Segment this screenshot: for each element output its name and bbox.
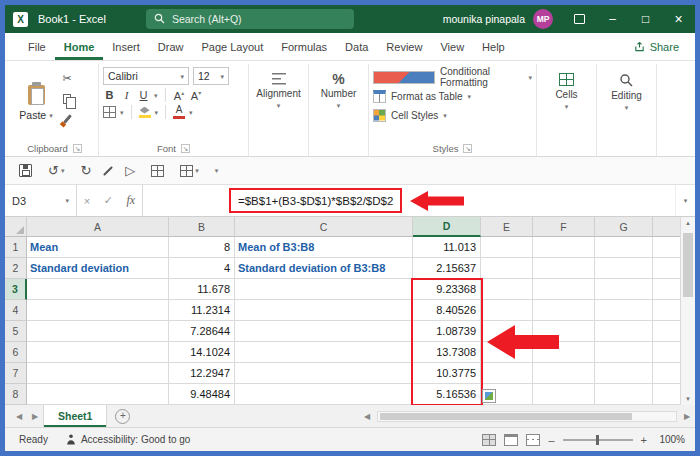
hscroll-right-button[interactable]: ▶ xyxy=(679,412,695,421)
cell-E2[interactable] xyxy=(481,258,533,279)
cell-D8[interactable]: 5.16536 xyxy=(413,384,481,405)
cell-C5[interactable] xyxy=(235,321,413,342)
row-header-6[interactable]: 6 xyxy=(5,342,27,363)
format-as-table-button[interactable]: Format as Table ▾ xyxy=(373,87,532,105)
select-all-corner[interactable] xyxy=(5,217,27,237)
user-name[interactable]: mounika pinapala xyxy=(443,13,525,25)
sheet-nav-right-button[interactable]: ▶ xyxy=(27,412,43,421)
search-box[interactable]: Search (Alt+Q) xyxy=(146,9,354,29)
chevron-down-icon[interactable]: ▾ xyxy=(154,92,158,99)
redo-button[interactable]: ↻ xyxy=(80,164,91,177)
cell-D2[interactable]: 2.15637 xyxy=(413,258,481,279)
page-layout-view-button[interactable] xyxy=(504,434,518,446)
tab-review[interactable]: Review xyxy=(377,33,431,60)
column-header-G[interactable]: G xyxy=(595,217,653,237)
cells-button[interactable]: Cells ▾ xyxy=(555,66,577,110)
cell-A5[interactable] xyxy=(27,321,169,342)
cell-B1[interactable]: 8 xyxy=(169,237,235,258)
zoom-in-button[interactable]: + xyxy=(641,434,647,446)
cell-C1[interactable]: Mean of B3:B8 xyxy=(235,237,413,258)
share-button[interactable]: Share xyxy=(628,33,685,60)
cell-F8[interactable] xyxy=(533,384,595,405)
new-sheet-button[interactable]: + xyxy=(115,409,130,424)
chevron-down-icon[interactable]: ▾ xyxy=(155,109,159,116)
row-header-8[interactable]: 8 xyxy=(5,384,27,405)
row-header-5[interactable]: 5 xyxy=(5,321,27,342)
cell-D7[interactable]: 10.3775 xyxy=(413,363,481,384)
ribbon-display-options-button[interactable] xyxy=(563,5,596,33)
cell-G6[interactable] xyxy=(595,342,653,363)
cell-F3[interactable] xyxy=(533,279,595,300)
draw-button[interactable] xyxy=(107,165,109,177)
cell-A1[interactable]: Mean xyxy=(27,237,169,258)
font-size-select[interactable]: 12▾ xyxy=(193,67,229,85)
cut-button[interactable]: ✂ xyxy=(57,71,77,86)
cell-G3[interactable] xyxy=(595,279,653,300)
cell-D1[interactable]: 11.013 xyxy=(413,237,481,258)
copy-button[interactable] xyxy=(57,91,77,106)
cell-A2[interactable]: Standard deviation xyxy=(27,258,169,279)
borders-button[interactable] xyxy=(103,106,116,118)
row-header-3[interactable]: 3 xyxy=(5,279,27,300)
dialog-launcher-icon[interactable]: ↘ xyxy=(73,144,82,153)
cell-G7[interactable] xyxy=(595,363,653,384)
tab-insert[interactable]: Insert xyxy=(103,33,149,60)
column-header-A[interactable]: A xyxy=(27,217,169,237)
tab-help[interactable]: Help xyxy=(473,33,514,60)
cancel-button[interactable]: × xyxy=(84,195,90,207)
cell-G2[interactable] xyxy=(595,258,653,279)
tab-home[interactable]: Home xyxy=(55,33,104,60)
row-header-2[interactable]: 2 xyxy=(5,258,27,279)
hscroll-left-button[interactable]: ◀ xyxy=(359,412,375,421)
formula-bar-expand-button[interactable]: ▾ xyxy=(675,185,695,216)
vertical-scroll-thumb[interactable] xyxy=(683,233,693,297)
fill-color-button[interactable] xyxy=(139,107,151,118)
tab-data[interactable]: Data xyxy=(336,33,377,60)
cell-B3[interactable]: 11.678 xyxy=(169,279,235,300)
row-header-1[interactable]: 1 xyxy=(5,237,27,258)
shrink-font-button[interactable]: A▾ xyxy=(190,89,203,102)
tab-draw[interactable]: Draw xyxy=(149,33,193,60)
dialog-launcher-icon[interactable]: ↘ xyxy=(463,144,472,153)
zoom-slider[interactable] xyxy=(563,439,633,441)
excel-app-icon[interactable]: X xyxy=(13,12,28,27)
scroll-down-icon[interactable]: ▼ xyxy=(685,396,691,402)
chevron-down-icon[interactable]: ▾ xyxy=(189,109,193,116)
cell-C8[interactable] xyxy=(235,384,413,405)
flag-button[interactable]: ▷ xyxy=(125,164,135,177)
tab-view[interactable]: View xyxy=(431,33,473,60)
maximize-button[interactable]: □ xyxy=(629,5,662,33)
cell-F2[interactable] xyxy=(533,258,595,279)
alignment-button[interactable]: Alignment ▾ xyxy=(256,66,300,109)
tab-file[interactable]: File xyxy=(19,33,55,60)
cell-D6[interactable]: 13.7308 xyxy=(413,342,481,363)
column-header-F[interactable]: F xyxy=(533,217,595,237)
cell-E7[interactable] xyxy=(481,363,533,384)
zoom-level[interactable]: 100% xyxy=(655,434,685,445)
insert-function-button[interactable]: fx xyxy=(127,193,136,208)
cell-C7[interactable] xyxy=(235,363,413,384)
cell-D3[interactable]: 9.23368 xyxy=(413,279,481,300)
cell-B4[interactable]: 11.2314 xyxy=(169,300,235,321)
cell-C3[interactable] xyxy=(235,279,413,300)
cell-A8[interactable] xyxy=(27,384,169,405)
cell-F7[interactable] xyxy=(533,363,595,384)
cell-F4[interactable] xyxy=(533,300,595,321)
zoom-slider-thumb[interactable] xyxy=(596,435,599,445)
cell-C6[interactable] xyxy=(235,342,413,363)
column-header-D[interactable]: D xyxy=(413,217,481,237)
cell-A7[interactable] xyxy=(27,363,169,384)
italic-button[interactable]: I xyxy=(120,89,133,101)
font-name-select[interactable]: Calibri▾ xyxy=(103,67,189,85)
cell-D5[interactable]: 1.08739 xyxy=(413,321,481,342)
close-button[interactable]: × xyxy=(662,5,695,33)
row-header-4[interactable]: 4 xyxy=(5,300,27,321)
zoom-out-button[interactable]: – xyxy=(548,434,554,446)
cell-styles-button[interactable]: Cell Styles ▾ xyxy=(373,106,532,124)
cell-G8[interactable] xyxy=(595,384,653,405)
avatar[interactable]: MP xyxy=(533,9,553,29)
autofill-options-button[interactable] xyxy=(482,389,496,403)
dialog-launcher-icon[interactable]: ↘ xyxy=(181,144,190,153)
cell-C2[interactable]: Standard deviation of B3:B8 xyxy=(235,258,413,279)
horizontal-scroll-thumb[interactable] xyxy=(380,413,632,420)
